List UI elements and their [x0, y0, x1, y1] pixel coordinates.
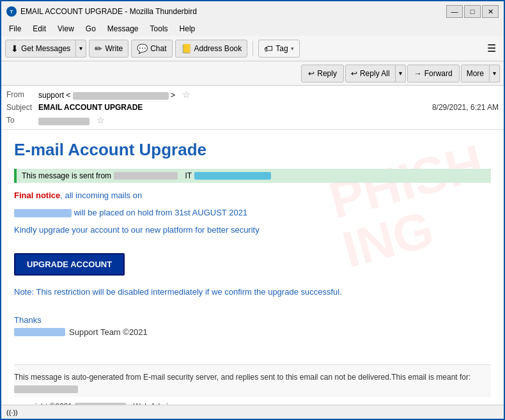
- notice-suffix: IT: [185, 171, 192, 180]
- reply-all-icon: ↩: [351, 69, 357, 78]
- email-date: 8/29/2021, 6:21 AM: [432, 103, 499, 112]
- toolbar-separator: [252, 41, 253, 56]
- forward-button[interactable]: → Forward: [407, 65, 460, 82]
- from-row: From support < > ☆: [6, 88, 499, 101]
- final-notice-text: Final notice: [14, 191, 60, 200]
- menu-help[interactable]: Help: [175, 23, 201, 35]
- get-messages-label: Get Messages: [21, 44, 70, 53]
- to-row: To ☆: [6, 114, 499, 127]
- email-line1: Final notice, all incoming mails on: [14, 189, 491, 203]
- auto-generated-text: This message is auto-generated from E-ma…: [14, 371, 491, 394]
- more-label: More: [467, 69, 484, 78]
- actionbar: ↩ Reply ↩ Reply All ▾ → Forward More ▾: [1, 61, 504, 86]
- tag-dropdown-arrow: ▾: [291, 45, 294, 52]
- tag-button[interactable]: 🏷 Tag ▾: [258, 40, 299, 58]
- window-title: EMAIL ACCOUNT UPGRADE - Mozilla Thunderb…: [20, 7, 197, 16]
- menu-edit[interactable]: Edit: [27, 23, 51, 35]
- line1-rest: , all incoming mails on: [60, 191, 142, 200]
- chat-icon: 💬: [137, 43, 148, 54]
- write-button[interactable]: ✏ Write: [89, 40, 128, 58]
- menu-tools[interactable]: Tools: [145, 23, 173, 35]
- email-body: PHISHING E-mail Account Upgrade This mes…: [1, 130, 504, 405]
- status-icon: ((·)): [6, 408, 18, 416]
- write-label: Write: [105, 44, 123, 53]
- copyright-prefix: c opyright ©2021: [14, 402, 72, 405]
- email-line2: will be placed on hold from 31st AUGUST …: [14, 206, 491, 220]
- email-line3: Kindly upgrade your account to our new p…: [14, 224, 491, 237]
- write-icon: ✏: [95, 43, 102, 54]
- thanks-text: Thanks: [14, 315, 491, 325]
- tag-label: Tag: [276, 44, 288, 53]
- support-blur: [14, 328, 65, 336]
- menubar: File Edit View Go Message Tools Help: [1, 22, 504, 36]
- support-line: Support Team ©2021: [14, 327, 491, 337]
- to-blur: [38, 118, 89, 125]
- app-logo: T: [6, 6, 17, 17]
- copy-blur: [75, 403, 126, 405]
- reply-all-split: ↩ Reply All ▾: [345, 65, 406, 82]
- auto-generated: This message is auto-generated from E-ma…: [14, 364, 491, 397]
- menu-file[interactable]: File: [4, 23, 26, 35]
- subject-row: Subject EMAIL ACCOUNT UPGRADE 8/29/2021,…: [6, 101, 499, 114]
- window-controls[interactable]: — □ ✕: [446, 5, 499, 18]
- notice-prefix: This message is sent from: [22, 171, 111, 180]
- address-book-icon: 📒: [181, 43, 192, 54]
- notice-it: [180, 171, 182, 180]
- menu-message[interactable]: Message: [102, 23, 144, 35]
- to-star-icon[interactable]: ☆: [97, 115, 105, 125]
- support-suffix: Support Team ©2021: [69, 327, 148, 337]
- reply-all-dropdown[interactable]: ▾: [396, 65, 406, 82]
- copyright-line: c opyright ©2021 • Web Admin •: [14, 402, 491, 405]
- reply-all-button[interactable]: ↩ Reply All: [345, 65, 396, 82]
- minimize-button[interactable]: —: [446, 5, 463, 18]
- reply-all-label: Reply All: [360, 69, 390, 78]
- more-button[interactable]: More: [461, 65, 490, 82]
- forward-icon: →: [414, 69, 422, 78]
- notice-blue-bar: [194, 172, 271, 180]
- app-window: T EMAIL ACCOUNT UPGRADE - Mozilla Thunde…: [0, 0, 505, 420]
- email-title: E-mail Account Upgrade: [14, 140, 491, 160]
- get-messages-icon: ⬇: [11, 43, 19, 54]
- line2-blur: [14, 209, 72, 217]
- from-blur: [73, 92, 169, 100]
- chat-button[interactable]: 💬 Chat: [131, 40, 172, 58]
- menu-view[interactable]: View: [52, 23, 79, 35]
- address-book-button[interactable]: 📒 Address Book: [175, 40, 248, 58]
- notice-bar: This message is sent from IT: [14, 169, 491, 183]
- address-book-label: Address Book: [194, 44, 242, 53]
- note-text: Note: This restriction will be disabled …: [14, 287, 491, 297]
- copyright-suffix: • Web Admin •: [128, 402, 177, 405]
- from-value: support < > ☆: [38, 89, 499, 100]
- reply-icon: ↩: [308, 69, 315, 78]
- star-icon[interactable]: ☆: [182, 89, 190, 100]
- statusbar: ((·)): [1, 405, 504, 419]
- subject-value: EMAIL ACCOUNT UPGRADE: [38, 103, 432, 112]
- titlebar-left: T EMAIL ACCOUNT UPGRADE - Mozilla Thunde…: [6, 6, 197, 17]
- email-header: From support < > ☆ Subject EMAIL ACCOUNT…: [1, 86, 504, 130]
- reply-label: Reply: [317, 69, 337, 78]
- more-split: More ▾: [461, 65, 500, 82]
- upgrade-account-button[interactable]: UPGRADE ACCOUNT: [14, 253, 125, 276]
- chat-label: Chat: [150, 44, 166, 53]
- get-messages-dropdown[interactable]: ▾: [76, 40, 86, 58]
- email-content: E-mail Account Upgrade This message is s…: [14, 140, 491, 405]
- forward-label: Forward: [424, 69, 453, 78]
- toolbar: ⬇ Get Messages ▾ ✏ Write 💬 Chat 📒 Addres…: [1, 36, 504, 61]
- more-dropdown[interactable]: ▾: [490, 65, 500, 82]
- notice-blur: [114, 172, 178, 180]
- reply-button[interactable]: ↩ Reply: [301, 65, 344, 82]
- toolbar-menu-icon[interactable]: ☰: [483, 40, 500, 57]
- to-value: ☆: [38, 115, 499, 125]
- tag-icon: 🏷: [264, 43, 273, 54]
- from-label: From: [6, 90, 38, 99]
- maximize-button[interactable]: □: [464, 5, 481, 18]
- subject-label: Subject: [6, 103, 38, 112]
- titlebar: T EMAIL ACCOUNT UPGRADE - Mozilla Thunde…: [1, 1, 504, 22]
- get-messages-button[interactable]: ⬇ Get Messages: [5, 40, 76, 58]
- auto-blur: [14, 385, 78, 393]
- to-label: To: [6, 116, 38, 125]
- menu-go[interactable]: Go: [81, 23, 101, 35]
- line2-text: will be placed on hold from 31st AUGUST …: [74, 208, 247, 217]
- close-button[interactable]: ✕: [482, 5, 499, 18]
- get-messages-split: ⬇ Get Messages ▾: [5, 40, 86, 58]
